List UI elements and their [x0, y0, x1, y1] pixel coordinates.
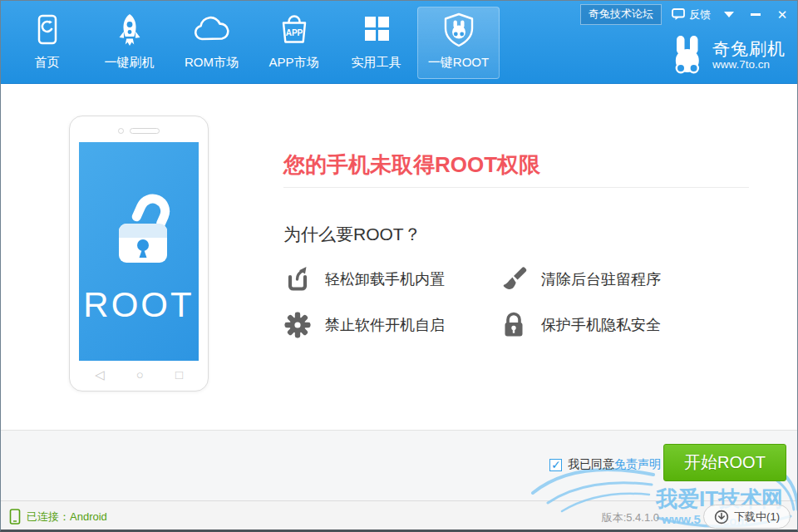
- main-nav: 首页 一键刷机: [6, 7, 500, 79]
- phone-camera-dot: [118, 128, 124, 134]
- connected-phone-icon: [9, 509, 21, 525]
- download-button[interactable]: 下载中(1): [703, 505, 791, 529]
- disclaimer-link[interactable]: 免责声明: [614, 457, 661, 472]
- titlebar-controls: 奇兔技术论坛 反馈 ✕: [580, 4, 791, 25]
- svg-text:APP: APP: [285, 28, 303, 37]
- gear-icon: [283, 311, 312, 339]
- nav-item-flash[interactable]: 一键刷机: [88, 7, 170, 79]
- unlocked-padlock-icon: [89, 180, 189, 278]
- chevron-down-icon: [724, 12, 734, 17]
- menu-dropdown-button[interactable]: [721, 7, 737, 22]
- feature-label: 清除后台驻留程序: [541, 269, 661, 289]
- nav-item-app-market[interactable]: APP APP市场: [253, 7, 335, 79]
- brush-icon: [500, 265, 528, 293]
- feature-uninstall: 轻松卸载手机内置: [283, 265, 500, 293]
- shield-rabbit-icon: [441, 10, 477, 50]
- start-root-button[interactable]: 开始ROOT: [663, 444, 786, 481]
- agree-checkbox[interactable]: [549, 459, 562, 471]
- feature-list: 轻松卸载手机内置 清除后台驻留程序 禁止软件开机自启: [283, 265, 753, 339]
- rocket-icon: [111, 10, 148, 50]
- nav-item-home[interactable]: 首页: [6, 7, 88, 79]
- android-home-icon: ○: [136, 367, 144, 382]
- nav-label: 首页: [35, 55, 60, 71]
- android-back-icon: ◁: [95, 367, 105, 382]
- nav-label: APP市场: [268, 55, 318, 71]
- speech-bubble-icon: [672, 8, 685, 21]
- lock-icon: [500, 311, 528, 339]
- feature-privacy: 保护手机隐私安全: [500, 311, 753, 339]
- forum-button[interactable]: 奇兔技术论坛: [580, 4, 662, 25]
- android-recents-icon: □: [175, 367, 183, 382]
- nav-label: 实用工具: [352, 55, 401, 71]
- nav-label: ROM市场: [185, 55, 239, 71]
- nav-item-root[interactable]: 一键ROOT: [417, 7, 500, 79]
- feedback-button[interactable]: 反馈: [672, 7, 711, 22]
- divider: [283, 187, 749, 188]
- page-title: 您的手机未取得ROOT权限: [283, 150, 540, 180]
- home-icon: [29, 10, 66, 50]
- close-button[interactable]: ✕: [774, 7, 791, 22]
- app-window: 首页 一键刷机: [0, 0, 798, 532]
- feature-label: 保护手机隐私安全: [541, 315, 661, 335]
- phone-illustration: ROOT ◁ ○ □: [69, 116, 209, 392]
- uninstall-icon: [283, 265, 312, 293]
- rabbit-logo-icon: [670, 35, 705, 75]
- why-root-heading: 为什么要ROOT？: [283, 223, 421, 246]
- agree-label: 我已同意: [568, 457, 614, 472]
- agree-row: 我已同意 免责声明: [549, 457, 661, 472]
- version-label: 版本:5.4.1.0: [602, 510, 659, 525]
- brand-site: www.7to.cn: [712, 58, 786, 71]
- nav-item-rom-market[interactable]: ROM市场: [170, 7, 253, 79]
- close-icon: ✕: [777, 8, 788, 21]
- connection-label: 已连接：Android: [27, 510, 107, 525]
- download-icon: [714, 510, 729, 525]
- nav-label: 一键ROOT: [428, 55, 489, 71]
- feature-autostart: 禁止软件开机自启: [283, 311, 500, 339]
- feedback-label: 反馈: [689, 7, 711, 22]
- phone-screen: ROOT: [79, 142, 199, 361]
- phone-nav-buttons: ◁ ○ □: [79, 367, 199, 382]
- app-bag-icon: APP: [276, 10, 313, 50]
- feature-clean: 清除后台驻留程序: [500, 265, 753, 293]
- nav-item-tools[interactable]: 实用工具: [335, 7, 417, 79]
- feature-label: 禁止软件开机自启: [325, 315, 445, 335]
- titlebar: 首页 一键刷机: [1, 1, 797, 84]
- minimize-button[interactable]: [747, 7, 764, 22]
- phone-speaker: [130, 128, 160, 134]
- status-bar: 已连接：Android 版本:5.4.1.0 下载中(1): [1, 500, 797, 532]
- download-label: 下载中(1): [734, 510, 780, 525]
- feature-label: 轻松卸载手机内置: [325, 269, 445, 289]
- brand-logo: 奇兔刷机 www.7to.cn: [670, 35, 786, 75]
- cloud-icon: [190, 10, 234, 50]
- grid-icon: [358, 10, 395, 50]
- brand-name: 奇兔刷机: [712, 39, 786, 58]
- minimize-icon: [751, 13, 761, 16]
- screen-root-label: ROOT: [83, 285, 194, 325]
- connection-status: 已连接：Android: [9, 509, 107, 525]
- nav-label: 一键刷机: [105, 55, 155, 71]
